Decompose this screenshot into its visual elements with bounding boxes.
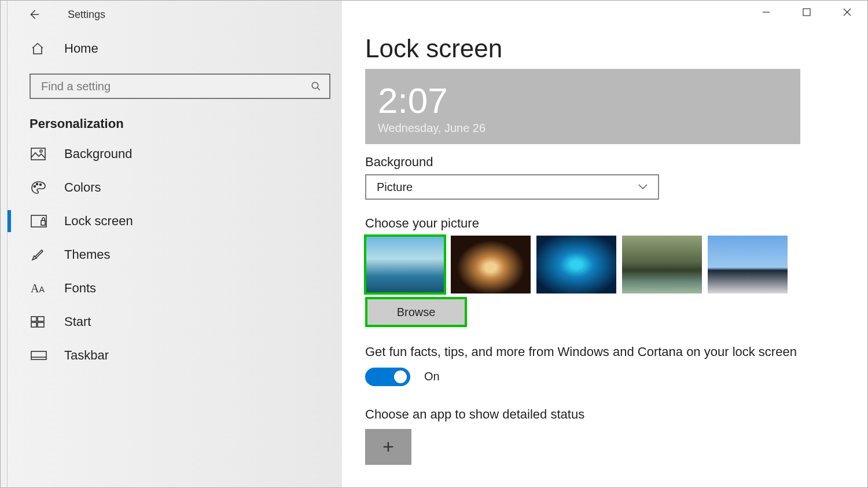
nav-label: Background xyxy=(64,146,132,162)
nav-label: Colors xyxy=(64,180,101,195)
brush-icon xyxy=(31,248,52,262)
nav-themes[interactable]: Themes xyxy=(8,238,342,271)
svg-point-2 xyxy=(40,150,42,152)
nav-label: Taskbar xyxy=(64,348,109,363)
svg-point-5 xyxy=(40,184,42,186)
search-box[interactable] xyxy=(30,74,330,99)
picture-icon xyxy=(31,148,52,160)
sidebar: Settings Home Personalization Background xyxy=(8,1,342,487)
nav-label: Lock screen xyxy=(64,214,133,229)
start-icon xyxy=(31,316,52,328)
background-label: Background xyxy=(365,155,844,170)
nav-colors[interactable]: Colors xyxy=(8,171,342,204)
lockscreen-preview: 2:07 Wednesday, June 26 xyxy=(365,69,800,144)
svg-rect-10 xyxy=(31,322,36,327)
search-input[interactable] xyxy=(41,80,311,93)
detailed-status-label: Choose an app to show detailed status xyxy=(365,407,844,422)
choose-picture-label: Choose your picture xyxy=(365,216,844,231)
picture-thumb-5[interactable] xyxy=(708,236,788,293)
add-detailed-status-button[interactable]: + xyxy=(365,429,411,465)
home-nav[interactable]: Home xyxy=(8,28,342,69)
svg-rect-7 xyxy=(41,221,45,225)
maximize-button[interactable] xyxy=(786,1,827,24)
tips-label: Get fun facts, tips, and more from Windo… xyxy=(365,343,805,361)
toggle-knob xyxy=(394,370,407,383)
svg-rect-11 xyxy=(38,322,44,327)
svg-rect-15 xyxy=(803,9,810,16)
nav-label: Fonts xyxy=(64,281,96,296)
chevron-down-icon xyxy=(638,184,648,190)
svg-point-0 xyxy=(312,82,318,89)
home-label: Home xyxy=(64,41,98,56)
palette-icon xyxy=(31,181,52,195)
nav-background[interactable]: Background xyxy=(8,137,342,171)
svg-rect-9 xyxy=(38,317,44,321)
left-edge-sliver xyxy=(1,1,8,487)
minimize-button[interactable] xyxy=(746,1,786,24)
fonts-icon: AA xyxy=(31,282,52,295)
toggle-state-label: On xyxy=(424,370,440,383)
preview-time: 2:07 xyxy=(378,90,800,111)
browse-highlight: Browse xyxy=(365,297,467,327)
background-dropdown[interactable]: Picture xyxy=(365,174,659,200)
section-header: Personalization xyxy=(8,99,342,137)
picture-thumbnails xyxy=(365,236,844,293)
close-button[interactable] xyxy=(827,1,867,24)
main-panel: Lock screen 2:07 Wednesday, June 26 Back… xyxy=(342,1,867,487)
plus-icon: + xyxy=(382,435,394,458)
svg-rect-1 xyxy=(31,148,45,160)
back-arrow-icon[interactable] xyxy=(27,8,40,21)
app-title: Settings xyxy=(68,9,105,21)
nav-start[interactable]: Start xyxy=(8,305,342,339)
svg-point-3 xyxy=(34,186,36,188)
preview-date: Wednesday, June 26 xyxy=(378,122,800,135)
nav-fonts[interactable]: AA Fonts xyxy=(8,271,342,305)
picture-thumb-4[interactable] xyxy=(622,236,702,293)
titlebar: Settings xyxy=(8,1,342,28)
lockscreen-icon xyxy=(31,215,52,228)
browse-button[interactable]: Browse xyxy=(367,299,465,325)
picture-thumb-3[interactable] xyxy=(536,236,616,293)
nav-label: Start xyxy=(64,314,91,329)
search-icon xyxy=(311,81,321,91)
nav-label: Themes xyxy=(64,247,110,262)
dropdown-value: Picture xyxy=(377,181,413,194)
svg-rect-8 xyxy=(31,317,36,321)
home-icon xyxy=(31,42,52,56)
nav-lock-screen[interactable]: Lock screen xyxy=(8,204,342,238)
window-controls xyxy=(746,1,867,24)
svg-rect-12 xyxy=(31,351,46,359)
picture-thumb-2[interactable] xyxy=(451,236,531,293)
nav-taskbar[interactable]: Taskbar xyxy=(8,339,342,372)
picture-thumb-1[interactable] xyxy=(365,236,445,293)
svg-point-4 xyxy=(36,184,38,185)
tips-toggle[interactable] xyxy=(365,368,410,386)
taskbar-icon xyxy=(31,351,52,360)
page-title: Lock screen xyxy=(365,34,844,63)
